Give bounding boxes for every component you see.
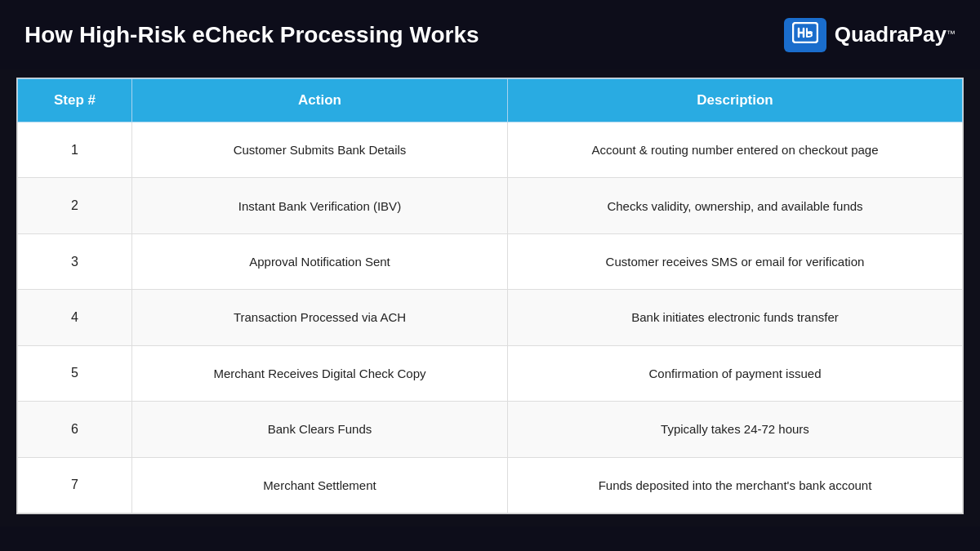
cell-action: Merchant Receives Digital Check Copy [132, 345, 508, 401]
cell-action: Merchant Settlement [132, 457, 508, 513]
table-row: 3Approval Notification SentCustomer rece… [18, 233, 963, 289]
logo-icon [784, 18, 826, 52]
table-row: 1Customer Submits Bank DetailsAccount & … [18, 122, 963, 178]
logo-symbol [792, 22, 818, 48]
main-table: Step # Action Description 1Customer Subm… [17, 78, 963, 513]
cell-description: Bank initiates electronic funds transfer [508, 290, 963, 345]
table-row: 2Instant Bank Verification (IBV)Checks v… [18, 178, 963, 233]
cell-description: Account & routing number entered on chec… [508, 122, 963, 178]
brand-name: QuadraPay™ [835, 22, 956, 47]
logo-area: QuadraPay™ [784, 18, 956, 52]
cell-action: Bank Clears Funds [132, 402, 508, 457]
cell-step: 5 [18, 345, 132, 401]
cell-step: 2 [18, 178, 132, 233]
cell-action: Customer Submits Bank Details [132, 122, 508, 178]
cell-description: Confirmation of payment issued [508, 345, 963, 401]
cell-action: Instant Bank Verification (IBV) [132, 178, 508, 233]
cell-description: Customer receives SMS or email for verif… [508, 233, 963, 289]
cell-description: Checks validity, ownership, and availabl… [508, 178, 963, 233]
cell-action: Approval Notification Sent [132, 233, 508, 289]
svg-rect-0 [793, 23, 817, 42]
cell-action: Transaction Processed via ACH [132, 290, 508, 345]
table-row: 6Bank Clears FundsTypically takes 24-72 … [18, 402, 963, 457]
cell-description: Typically takes 24-72 hours [508, 402, 963, 457]
cell-step: 4 [18, 290, 132, 345]
table-header-row: Step # Action Description [18, 79, 963, 122]
cell-step: 1 [18, 122, 132, 178]
table-body: 1Customer Submits Bank DetailsAccount & … [18, 122, 963, 513]
cell-step: 3 [18, 233, 132, 289]
header: How High-Risk eCheck Processing Works Qu… [0, 0, 980, 69]
cell-step: 7 [18, 457, 132, 513]
col-step-header: Step # [18, 79, 132, 122]
col-action-header: Action [132, 79, 508, 122]
page-title: How High-Risk eCheck Processing Works [24, 22, 479, 48]
table-row: 5Merchant Receives Digital Check CopyCon… [18, 345, 963, 401]
footer-bar [0, 527, 980, 551]
page-container: How High-Risk eCheck Processing Works Qu… [0, 0, 980, 551]
col-description-header: Description [508, 79, 963, 122]
table-row: 4Transaction Processed via ACHBank initi… [18, 290, 963, 345]
cell-step: 6 [18, 402, 132, 457]
table-container: Step # Action Description 1Customer Subm… [16, 78, 964, 514]
table-row: 7Merchant SettlementFunds deposited into… [18, 457, 963, 513]
cell-description: Funds deposited into the merchant's bank… [508, 457, 963, 513]
